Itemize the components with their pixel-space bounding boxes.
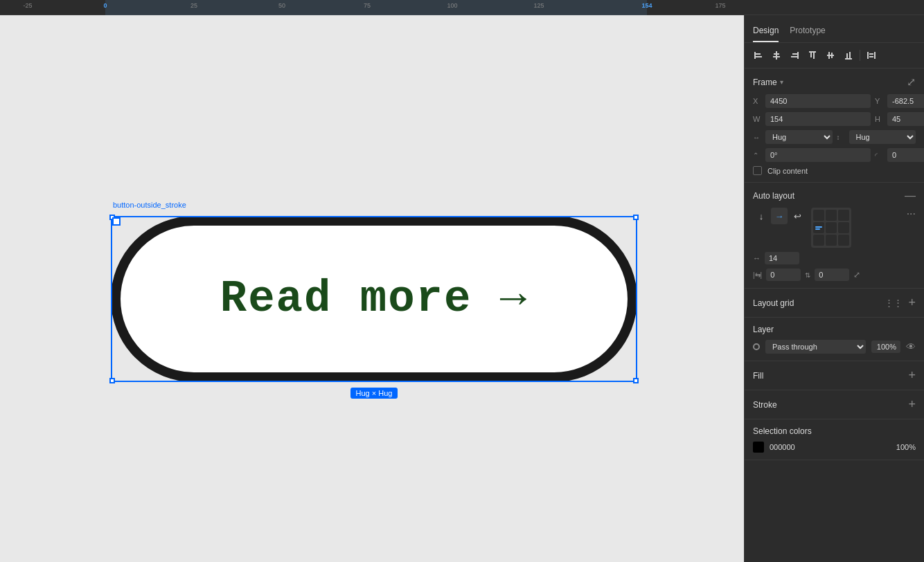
svg-rect-3 [776, 51, 777, 60]
selection-colors-header: Selection colors [753, 426, 916, 436]
fill-title: Fill [753, 371, 763, 381]
hug-y-group: ↕ Hug Fixed Fill [837, 130, 916, 144]
xy-row: X Y [753, 94, 916, 108]
al-more-button[interactable]: ··· [907, 208, 916, 220]
layout-grid-add-button[interactable]: + [908, 296, 916, 310]
frame-chevron-icon[interactable]: ▾ [780, 78, 783, 86]
layer-row: Pass through Normal Multiply Screen 👁 [753, 340, 916, 354]
stroke-add-button[interactable]: + [908, 397, 916, 412]
toolbar-divider [860, 50, 860, 61]
al-wrap-btn[interactable]: ↩ [789, 208, 806, 224]
handle-top-right[interactable] [633, 215, 639, 220]
al-spacing-row: ↔ [753, 252, 916, 264]
al-padding-lr-icon: |⇆| [753, 271, 762, 279]
hug-x-icon: ↔ [753, 134, 763, 141]
y-field-group: Y [875, 94, 924, 108]
layout-grid-options-icon[interactable]: ⋮⋮ [885, 298, 903, 308]
corner-input[interactable] [887, 148, 924, 162]
hug-x-group: ↔ Hug Fixed Fill [753, 130, 833, 144]
tab-prototype[interactable]: Prototype [790, 26, 825, 42]
hug-y-select[interactable]: Hug Fixed Fill [849, 130, 916, 144]
h-label: H [875, 115, 885, 123]
h-input[interactable] [887, 112, 924, 126]
selection-color-swatch[interactable] [753, 442, 764, 453]
align-bottom-button[interactable] [840, 47, 857, 64]
align-right-button[interactable] [786, 47, 803, 64]
handle-top-left[interactable] [109, 215, 115, 220]
canvas-button[interactable]: Read more → [111, 216, 637, 382]
align-top-button[interactable] [804, 47, 821, 64]
al-grid-cell-mr[interactable] [838, 222, 849, 233]
layer-visibility-icon[interactable]: 👁 [906, 341, 916, 352]
al-horizontal-btn[interactable]: → [771, 208, 788, 224]
stroke-title: Stroke [753, 400, 777, 410]
svg-rect-13 [828, 52, 830, 59]
right-panel: Design Prototype [744, 15, 924, 562]
rotation-input[interactable] [765, 148, 871, 162]
w-input[interactable] [765, 112, 871, 126]
ruler-mark-154: 154 [641, 2, 652, 9]
al-grid-cell-tr[interactable] [838, 210, 849, 221]
ruler-highlight [105, 0, 647, 15]
svg-rect-1 [756, 53, 761, 55]
frame-title: Frame ▾ [753, 78, 783, 87]
y-input[interactable] [887, 94, 924, 108]
layer-blend-select[interactable]: Pass through Normal Multiply Screen [765, 340, 866, 354]
rotation-corner-row: ⌃ ◜ ⤢ [753, 148, 916, 162]
al-grid-cell-tl[interactable] [813, 210, 824, 221]
frame-expand-icon[interactable]: ⤢ [907, 75, 916, 89]
auto-layout-header: Auto layout — [753, 190, 916, 202]
al-vertical-btn[interactable]: ↓ [753, 208, 770, 224]
clip-content-checkbox[interactable] [753, 166, 762, 175]
svg-rect-11 [813, 53, 815, 59]
canvas-element-wrapper[interactable]: Read more → Hug × Hug [111, 216, 637, 399]
hug-row: ↔ Hug Fixed Fill ↕ Hug Fixed Fill [753, 130, 916, 144]
canvas-area[interactable]: button-outside_stroke Read more → Hug × … [0, 15, 744, 562]
svg-rect-16 [846, 53, 848, 58]
distribute-button[interactable] [863, 47, 880, 64]
handle-bottom-right[interactable] [633, 378, 639, 383]
svg-rect-12 [827, 55, 834, 56]
tab-design[interactable]: Design [753, 26, 779, 42]
al-padding-left-input[interactable] [766, 269, 801, 281]
al-grid-cell-bl[interactable] [813, 235, 824, 246]
layout-grid-title: Layout grid [753, 298, 794, 308]
al-grid-cell-mc[interactable] [826, 222, 837, 233]
frame-section-header: Frame ▾ ⤢ [753, 75, 916, 89]
align-middle-v-button[interactable] [822, 47, 839, 64]
ruler-mark: 75 [364, 2, 371, 9]
x-input[interactable] [765, 94, 871, 108]
ruler-canvas: -25 0 25 50 75 100 125 154 175 [0, 0, 924, 15]
wh-row: W H [753, 112, 916, 126]
svg-rect-0 [754, 52, 756, 59]
svg-rect-9 [809, 51, 816, 53]
rotation-icon: ⌃ [753, 152, 763, 159]
al-direction-buttons: ↓ → ↩ [753, 208, 806, 224]
auto-layout-collapse[interactable]: — [905, 190, 916, 202]
handle-bottom-left[interactable] [109, 378, 115, 383]
ruler-mark: 125 [533, 2, 544, 9]
al-grid-cell-bc[interactable] [826, 235, 837, 246]
layer-opacity-input[interactable] [871, 341, 900, 353]
fill-add-button[interactable]: + [908, 368, 916, 383]
al-spacing-input[interactable] [765, 252, 799, 264]
canvas-button-frame[interactable]: Read more → [111, 216, 637, 382]
align-left-button[interactable] [750, 47, 767, 64]
svg-rect-20 [869, 53, 873, 55]
svg-rect-21 [869, 56, 873, 57]
layer-blend-icon [753, 343, 760, 350]
hug-x-select[interactable]: Hug Fixed Fill [765, 130, 833, 144]
al-padding-top-input[interactable] [815, 269, 849, 281]
al-grid-cell-ml[interactable] [813, 222, 824, 233]
align-center-h-button[interactable] [768, 47, 785, 64]
layer-section: Layer Pass through Normal Multiply Scree… [745, 318, 924, 361]
al-padding-expand-icon[interactable]: ⤢ [853, 270, 860, 280]
selection-colors-section: Selection colors 000000 100% [745, 419, 924, 460]
al-grid-cell-br[interactable] [838, 235, 849, 246]
svg-rect-19 [874, 52, 876, 59]
svg-rect-5 [773, 56, 780, 57]
y-label: Y [875, 97, 885, 105]
clip-content-row: Clip content [753, 166, 916, 175]
align-toolbar [745, 43, 924, 69]
al-grid-cell-tc[interactable] [826, 210, 837, 221]
